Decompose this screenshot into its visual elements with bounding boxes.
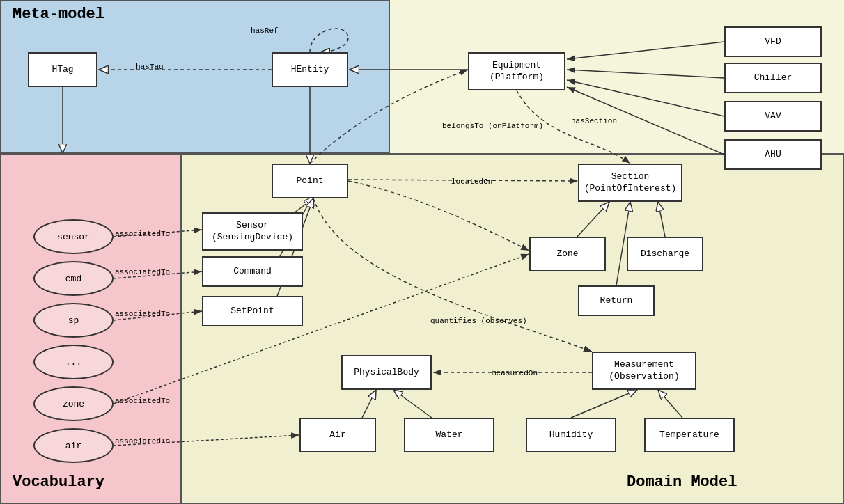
- vocabulary-label: Vocabulary: [13, 473, 104, 491]
- vav-box: VAV: [724, 101, 822, 132]
- vfd-box: VFD: [724, 26, 822, 57]
- measuredon-label: measuredOn: [492, 369, 538, 377]
- air-ellipse: air: [33, 428, 114, 463]
- assocto4-label: associatedTo: [115, 397, 170, 405]
- temperature-box: Temperature: [644, 418, 735, 452]
- quantifies-label: quantifies (observes): [430, 317, 527, 325]
- command-box: Command: [202, 256, 303, 287]
- water-box: Water: [404, 418, 494, 452]
- svg-line-8: [567, 70, 724, 78]
- hentity-box: HEntity: [272, 52, 348, 87]
- locatedon-label: locatedOn: [451, 178, 492, 186]
- return-box: Return: [578, 285, 655, 316]
- humidity-box: Humidity: [526, 418, 616, 452]
- ahu-box: AHU: [724, 139, 822, 170]
- htag-box: HTag: [28, 52, 97, 87]
- hastag-label: hasTag: [136, 63, 164, 71]
- sensor-ellipse: sensor: [33, 219, 114, 254]
- svg-line-9: [567, 80, 724, 116]
- assocto1-label: associatedTo: [115, 230, 170, 238]
- chiller-box: Chiller: [724, 63, 822, 93]
- cmd-ellipse: cmd: [33, 261, 114, 296]
- assocto5-label: associatedTo: [115, 437, 170, 446]
- hasref-label: hasRef: [251, 26, 279, 35]
- sensor-box: Sensor (SensingDevice): [202, 212, 303, 251]
- air-box: Air: [299, 418, 376, 452]
- domain-label: Domain Model: [627, 473, 737, 491]
- setpoint-box: SetPoint: [202, 296, 303, 326]
- zone-box: Zone: [529, 237, 606, 271]
- assocto3-label: associatedTo: [115, 310, 170, 318]
- equipment-box: Equipment (Platform): [468, 52, 565, 90]
- belongsto-label: belongsTo (onPlatform): [442, 122, 543, 130]
- measurement-box: Measurement (Observation): [592, 352, 696, 390]
- dots-ellipse: ...: [33, 345, 114, 379]
- section-box: Section (PointOfInterest): [578, 164, 682, 202]
- svg-line-7: [567, 42, 724, 59]
- zone-ellipse: zone: [33, 386, 114, 421]
- metamodel-label: Meta-model: [13, 6, 104, 23]
- domain-region: [181, 153, 844, 504]
- physicalbody-box: PhysicalBody: [341, 355, 432, 390]
- hassection-label: hasSection: [571, 117, 617, 125]
- point-box: Point: [272, 164, 348, 198]
- assocto2-label: associatedTo: [115, 268, 170, 276]
- sp-ellipse: sp: [33, 303, 114, 338]
- discharge-box: Discharge: [627, 237, 703, 271]
